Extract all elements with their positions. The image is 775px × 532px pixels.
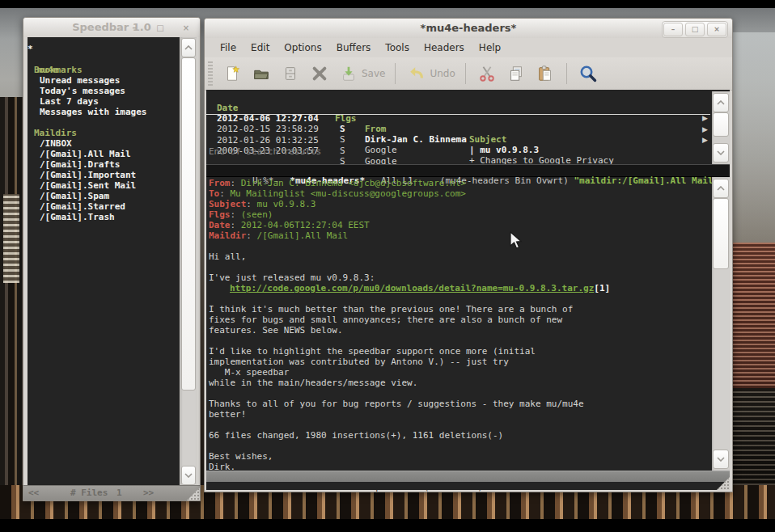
maximize-button[interactable]: □ — [685, 23, 705, 36]
save-icon[interactable] — [338, 63, 359, 84]
speedbar-item-today[interactable]: Today's messages — [40, 86, 180, 96]
undo-label[interactable]: Undo — [430, 68, 455, 79]
headers-scrollbar[interactable] — [712, 91, 730, 164]
menu-buffers[interactable]: Buffers — [329, 40, 379, 56]
body-line: Hi all, — [209, 251, 710, 262]
speedbar-titlebar[interactable]: Speedbar 1.0 – □ × — [23, 18, 200, 37]
search-icon[interactable] — [578, 63, 599, 84]
body-line: Dirk. — [209, 462, 710, 471]
field-to: To: Mu Mailinglist <mu-discuss@googlegro… — [209, 188, 710, 199]
speedbar-item-allmail[interactable]: /[Gmail].All Mail — [40, 149, 180, 159]
toolbar-separator — [465, 63, 466, 84]
field-from: From: Dirk-Jan C. Binnema <djcb@djcbsoft… — [209, 178, 710, 188]
mu4e-window: *mu4e-headers* – □ × File Edit Options B… — [204, 18, 733, 492]
speedbar-item-drafts[interactable]: /[Gmail].Drafts — [40, 159, 180, 170]
mu4e-titlebar[interactable]: *mu4e-headers* – □ × — [205, 19, 732, 38]
expand-marker[interactable]: * — [28, 44, 33, 54]
close-buffer-icon[interactable] — [309, 63, 330, 84]
speedbar-item-trash[interactable]: /[Gmail].Trash — [40, 212, 180, 222]
scrollbar-thumb[interactable] — [713, 198, 729, 269]
speedbar-item-images[interactable]: Messages with images — [40, 107, 180, 117]
body-line: Best wishes, — [209, 451, 710, 462]
scroll-up-button[interactable] — [181, 38, 196, 57]
save-label[interactable]: Save — [362, 68, 385, 79]
copy-icon[interactable] — [506, 63, 527, 84]
wallpaper-brick-tower — [731, 243, 775, 396]
body-line: I think it's much better than the previo… — [209, 304, 710, 315]
mu4e-title: *mu4e-headers* — [205, 22, 732, 34]
field-subject: Subject: mu v0.9.8.3 — [209, 199, 710, 209]
headers-column-row[interactable]: Date Flgs From Subject — [206, 92, 710, 103]
menu-help[interactable]: Help — [472, 40, 508, 56]
view-modeline: U:%*- *mu4e-view* Top L1 (mu4e:view) — [206, 471, 730, 483]
download-link[interactable]: http://code.google.com/p/mu0/downloads/d… — [230, 283, 594, 293]
message-row[interactable]: 2009-03-23 20:03:57 S Gmail Team | Gmail… — [206, 135, 710, 146]
footnote-ref: [1] — [594, 283, 610, 293]
speedbar-item-important[interactable]: /[Gmail].Important — [40, 170, 180, 180]
minimize-button[interactable]: – — [663, 23, 683, 36]
menu-tools[interactable]: Tools — [378, 40, 417, 56]
speedbar-window: Speedbar 1.0 – □ × * mu4e Bookmarks Unre… — [23, 17, 201, 501]
paste-icon[interactable] — [535, 63, 556, 84]
speedbar-heading-bookmarks: Bookmarks — [34, 65, 180, 75]
truncation-arrow-icon: ▶ — [702, 113, 708, 124]
mu4e-view-buffer: From: Dirk-Jan C. Binnema <djcb@djcbsoft… — [206, 175, 710, 471]
body-line: Thanks to all of you for bug reports / s… — [209, 399, 710, 409]
chevron-up-icon — [717, 100, 725, 105]
chevron-down-icon — [717, 457, 725, 462]
field-flags: Flgs: (seen) — [209, 209, 710, 220]
scroll-up-button[interactable] — [713, 179, 729, 198]
menu-file[interactable]: File — [213, 40, 244, 56]
menubar: File Edit Options Buffers Tools Headers … — [205, 38, 732, 57]
body-link-line: http://code.google.com/p/mu0/downloads/d… — [209, 283, 710, 293]
menu-edit[interactable]: Edit — [244, 40, 277, 56]
scrollbar-thumb[interactable] — [713, 112, 729, 137]
open-folder-icon[interactable] — [251, 63, 272, 84]
speedbar-buffer: * mu4e Bookmarks Unread messages Today's… — [28, 37, 180, 486]
message-row[interactable]: 2012-02-15 23:58:29 S Google + Changes t… — [206, 113, 710, 125]
message-row[interactable]: 2012-01-26 01:32:25 S Google \ Changes t… — [206, 125, 710, 136]
speedbar-item-last7[interactable]: Last 7 days — [40, 96, 180, 107]
chevron-up-icon — [717, 186, 725, 191]
scroll-up-button[interactable] — [713, 93, 729, 112]
close-button[interactable]: × — [707, 23, 726, 36]
speedbar-item-starred[interactable]: /[Gmail].Starred — [40, 201, 180, 212]
speedbar-item-unread[interactable]: Unread messages — [40, 75, 180, 86]
undo-icon[interactable] — [406, 63, 427, 84]
field-date: Date: 2012-04-06T12:27:04 EEST — [209, 220, 710, 230]
body-line: 66 files changed, 1980 insertions(+), 11… — [209, 430, 710, 441]
scroll-down-button[interactable] — [713, 143, 729, 163]
new-file-icon[interactable] — [222, 63, 243, 84]
frame-next-button[interactable]: >> — [143, 488, 154, 498]
chevron-up-icon — [184, 45, 193, 50]
scroll-down-button[interactable] — [713, 450, 729, 469]
minimize-button[interactable]: – — [125, 23, 143, 35]
scroll-down-button[interactable] — [181, 466, 196, 485]
view-scrollbar[interactable] — [712, 177, 730, 471]
speedbar-item-inbox[interactable]: /INBOX — [40, 138, 180, 149]
truncation-arrow-icon: ▶ — [702, 125, 708, 135]
mouse-cursor — [510, 231, 523, 251]
menu-options[interactable]: Options — [277, 40, 328, 56]
cut-icon[interactable] — [476, 63, 498, 84]
scrollbar-thumb[interactable] — [181, 57, 196, 391]
maximize-button[interactable]: □ — [151, 23, 169, 35]
speedbar-root-line[interactable]: * mu4e — [28, 44, 180, 54]
resize-grip[interactable] — [187, 488, 200, 500]
body-line: better! — [209, 409, 710, 420]
file-cabinet-icon[interactable] — [280, 63, 301, 84]
truncation-arrow-icon: ▶ — [702, 135, 708, 146]
menu-headers[interactable]: Headers — [417, 40, 472, 56]
frame-prev-button[interactable]: << — [28, 488, 39, 498]
toolbar-handle[interactable] — [208, 61, 213, 86]
minibuffer[interactable] — [206, 482, 730, 490]
speedbar-scrollbar[interactable] — [180, 37, 197, 486]
end-of-results: End of search results — [209, 146, 710, 158]
speedbar-item-sent[interactable]: /[Gmail].Sent Mail — [40, 180, 180, 191]
body-line: fixes for bugs and small annoyances; the… — [209, 315, 710, 325]
close-button[interactable]: × — [177, 23, 195, 35]
chevron-down-icon — [184, 473, 193, 478]
body-line: while in the main/headers/message view. — [209, 378, 710, 388]
body-line: features. See NEWS below. — [209, 325, 710, 336]
speedbar-item-spam[interactable]: /[Gmail].Spam — [40, 191, 180, 201]
